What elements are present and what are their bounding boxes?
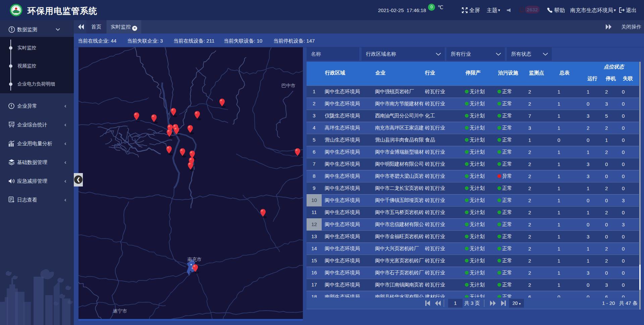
svg-text:南充市: 南充市	[187, 257, 202, 262]
svg-text:巴中市: 巴中市	[281, 83, 296, 88]
svg-text:遂宁市: 遂宁市	[113, 308, 127, 314]
